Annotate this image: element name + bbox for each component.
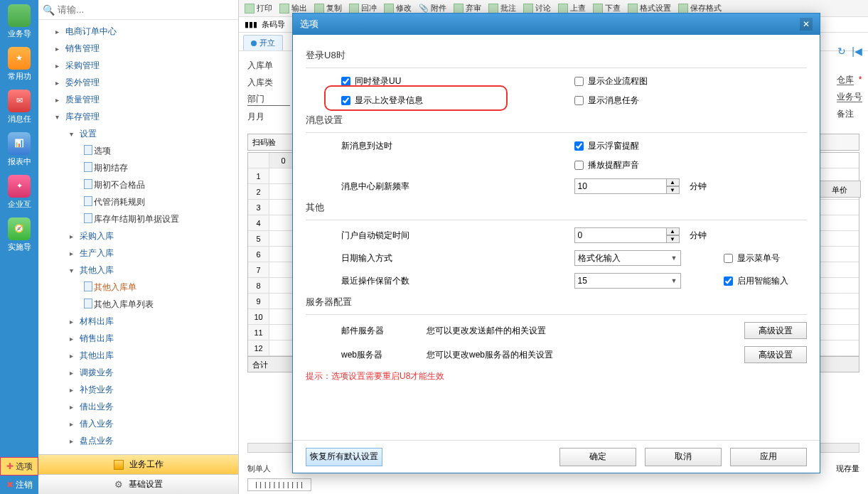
step-up-icon[interactable]: ▲ <box>667 227 680 235</box>
tree-item[interactable]: ▸调拨业务 <box>38 364 238 381</box>
tree-item-label: 销售出库 <box>80 333 114 345</box>
lock-input[interactable] <box>574 227 667 243</box>
tree-item[interactable]: ▸生产入库 <box>38 245 238 262</box>
sidebar-biz-nav[interactable]: 业务导 <box>0 0 38 43</box>
nav-first-icon[interactable]: |◀ <box>852 45 862 57</box>
restore-defaults-button[interactable]: 恢复所有默认设置 <box>306 448 382 466</box>
dialog-titlebar[interactable]: 选项 ✕ <box>293 14 820 35</box>
step-up-icon[interactable]: ▲ <box>667 178 680 186</box>
tree-item[interactable]: ▸材料出库 <box>38 313 238 330</box>
copy-button[interactable]: 复制 <box>314 3 342 14</box>
cb-popup[interactable]: 显示浮窗提醒 <box>574 140 639 152</box>
web-advanced-button[interactable]: 高级设置 <box>744 346 807 363</box>
nav-refresh-icon[interactable]: ↻ <box>837 45 846 57</box>
tree-item[interactable]: 代管消耗规则 <box>38 193 238 210</box>
nav-footer-basic[interactable]: 基础设置 <box>38 474 238 494</box>
back-button[interactable]: 回冲 <box>349 3 377 14</box>
options-button[interactable]: ✚选项 <box>0 457 38 476</box>
tree-item[interactable]: 其他入库单列表 <box>38 296 238 313</box>
down-btn[interactable]: 下查 <box>593 3 621 14</box>
tree-item-label: 采购管理 <box>65 60 100 72</box>
step-down-icon[interactable]: ▼ <box>667 235 680 243</box>
tree-item[interactable]: 期初结存 <box>38 159 238 176</box>
recent-select[interactable]: 15▼ <box>574 273 681 289</box>
search-icon[interactable]: 🔍 <box>43 4 55 16</box>
up-btn[interactable]: 上查 <box>558 3 586 14</box>
cb-menu-no[interactable]: 显示菜单号 <box>724 252 780 264</box>
caret-right-icon: ▸ <box>70 386 77 394</box>
tree-item[interactable]: ▸借出业务 <box>38 398 238 415</box>
tree-item[interactable]: ▸补货业务 <box>38 381 238 398</box>
review-button[interactable]: 讨论 <box>523 3 551 14</box>
tab-open[interactable]: 开立 <box>243 35 283 50</box>
cb-login-uu[interactable]: 同时登录UU <box>341 75 401 87</box>
refresh-stepper[interactable]: ▲▼ <box>574 178 680 194</box>
attach-button[interactable]: 📎附件 <box>419 3 446 14</box>
tree-item[interactable]: ▸其他出库 <box>38 347 238 364</box>
cb-show-last[interactable]: 显示上次登录信息 <box>341 95 423 107</box>
tree-item[interactable]: 期初不合格品 <box>38 176 238 193</box>
caret-right-icon: ▸ <box>70 232 77 240</box>
tree-item[interactable]: ▾库存管理 <box>38 108 238 125</box>
lock-stepper[interactable]: ▲▼ <box>574 227 680 243</box>
sidebar-message[interactable]: ✉消息任 <box>0 85 38 128</box>
tree-item[interactable]: ▸质量管理 <box>38 91 238 108</box>
tree-item[interactable]: ▸委外管理 <box>38 74 238 91</box>
sidebar-common[interactable]: ★常用功 <box>0 43 38 85</box>
sidebar-report[interactable]: 📊报表中 <box>0 128 38 171</box>
date-mode-select[interactable]: 格式化输入▼ <box>574 250 681 266</box>
tree-item-label: 生产入库 <box>80 247 114 259</box>
sidebar-enterprise[interactable]: ✦企业互 <box>0 171 38 213</box>
tree-item[interactable]: ▸销售管理 <box>38 40 238 57</box>
search-input[interactable] <box>58 4 234 15</box>
tree-item[interactable]: 其他入库单 <box>38 279 238 296</box>
barcode-box[interactable]: ||||||||||| <box>247 478 311 491</box>
mail-advanced-button[interactable]: 高级设置 <box>744 322 807 339</box>
modify-button[interactable]: 修改 <box>384 3 412 14</box>
lbl-bizno[interactable]: 业务号 <box>837 92 862 102</box>
tree-item[interactable]: ▸盘点业务 <box>38 432 238 449</box>
output-button[interactable]: 输出 <box>279 3 307 14</box>
lbl-dept[interactable]: 部门 <box>247 93 290 106</box>
abandon-button[interactable]: 弃审 <box>454 3 481 14</box>
down-icon <box>593 4 603 14</box>
lbl-warehouse[interactable]: 仓库 <box>837 75 854 85</box>
caret-down-icon: ▾ <box>70 267 77 274</box>
tree-item-label: 代管消耗规则 <box>94 196 145 208</box>
caret-right-icon: ▸ <box>70 437 77 445</box>
section-server: 服务器配置 <box>306 296 807 308</box>
tree-item-label: 调拨业务 <box>80 367 114 379</box>
cb-sound[interactable]: 播放提醒声音 <box>574 159 639 171</box>
caret-right-icon: ▸ <box>70 420 77 428</box>
tree-item[interactable]: ▾其他入库 <box>38 262 238 279</box>
tree-item[interactable]: ▸采购管理 <box>38 57 238 74</box>
cancel-button[interactable]: 取消 <box>645 448 722 466</box>
print-button[interactable]: 打印 <box>245 3 272 14</box>
savefmt-button[interactable]: 保存格式 <box>678 3 722 14</box>
tree-item[interactable]: 选项 <box>38 142 238 159</box>
close-icon[interactable]: ✕ <box>800 18 813 31</box>
cb-show-msg[interactable]: 显示消息任务 <box>574 95 639 107</box>
tree-item-label: 期初结存 <box>94 162 128 174</box>
apply-button[interactable]: 应用 <box>730 448 807 466</box>
tree-body[interactable]: ▸电商订单中心▸销售管理▸采购管理▸委外管理▸质量管理▾库存管理▾设置选项期初结… <box>38 20 238 454</box>
batch-button[interactable]: 批注 <box>488 3 516 14</box>
tree-item[interactable]: ▸电商订单中心 <box>38 23 238 40</box>
tree-item[interactable]: ▾设置 <box>38 125 238 142</box>
tree-item[interactable]: 库存年结期初单据设置 <box>38 210 238 227</box>
logout-button[interactable]: ✖注销 <box>0 476 38 494</box>
tree-item-label: 设置 <box>80 128 97 140</box>
tree-item[interactable]: ▸销售出库 <box>38 330 238 347</box>
tree-item-label: 其他出库 <box>80 350 114 362</box>
ok-button[interactable]: 确定 <box>559 448 636 466</box>
nav-arrows: ↻ |◀ <box>837 45 862 57</box>
step-down-icon[interactable]: ▼ <box>667 186 680 194</box>
refresh-input[interactable] <box>574 178 667 194</box>
nav-footer-business[interactable]: 业务工作 <box>38 454 238 474</box>
tree-item[interactable]: ▸借入业务 <box>38 415 238 432</box>
cb-show-flow[interactable]: 显示企业流程图 <box>574 75 648 87</box>
tree-item[interactable]: ▸采购入库 <box>38 227 238 245</box>
cb-smart[interactable]: 启用智能输入 <box>724 275 788 287</box>
sidebar-impl[interactable]: 🧭实施导 <box>0 213 38 256</box>
format-button[interactable]: 格式设置 <box>628 3 671 14</box>
